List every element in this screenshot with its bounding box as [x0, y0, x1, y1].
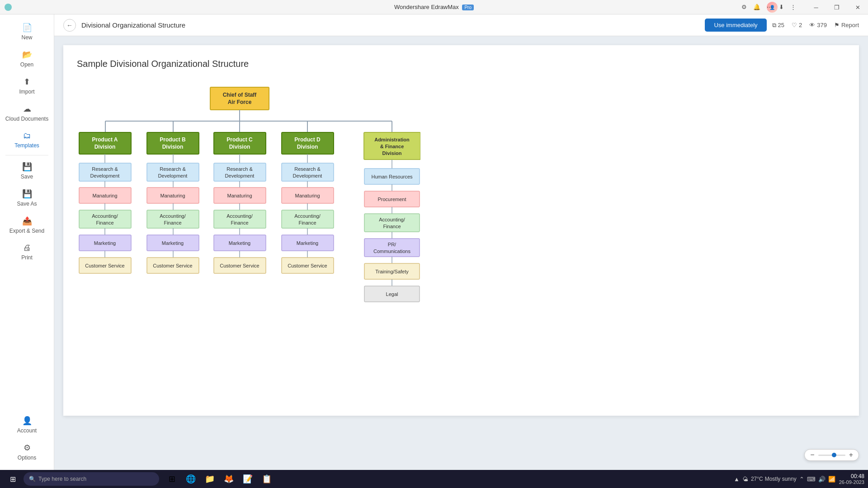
- svg-rect-105: [364, 239, 420, 257]
- account-icon: 👤: [22, 416, 32, 426]
- svg-rect-68: [214, 210, 266, 228]
- svg-text:Division: Division: [94, 144, 116, 150]
- sidebar-item-print[interactable]: 🖨 Print: [0, 239, 54, 265]
- likes-stat: ♡ 2: [792, 22, 802, 28]
- word-icon: 📝: [243, 474, 253, 484]
- svg-text:Development: Development: [293, 173, 322, 178]
- svg-rect-16: [214, 132, 266, 154]
- start-button[interactable]: ⊞: [4, 471, 22, 487]
- more-icon[interactable]: ⋮: [788, 3, 798, 11]
- close-btn[interactable]: ✕: [847, 0, 868, 14]
- zoom-in-btn[interactable]: +: [849, 451, 853, 459]
- sidebar-item-import[interactable]: ⬆ Import: [0, 72, 54, 99]
- content-title: Divisional Organizational Structure: [81, 21, 699, 29]
- zoom-slider[interactable]: [818, 455, 845, 456]
- svg-rect-44: [147, 163, 199, 181]
- report-button[interactable]: ⚑ Report: [834, 22, 859, 28]
- print-icon: 🖨: [23, 243, 31, 253]
- report-icon: ⚑: [834, 22, 840, 28]
- browser1-icon: 🌐: [186, 474, 196, 484]
- content-area: ← Divisional Organizational Structure Us…: [54, 14, 868, 470]
- svg-text:Legal: Legal: [386, 291, 398, 297]
- svg-text:Accounting/: Accounting/: [226, 213, 253, 219]
- svg-text:Accounting/: Accounting/: [294, 213, 321, 219]
- taskbar-app-browser2[interactable]: 🦊: [220, 471, 238, 487]
- svg-text:Finance: Finance: [383, 224, 401, 229]
- volume-icon[interactable]: 🔊: [818, 476, 826, 483]
- svg-rect-101: [364, 214, 420, 232]
- svg-text:Communications: Communications: [373, 249, 410, 254]
- system-tray: ▲ 🌤 27°C Mostly sunny ⌃ ⌨ 🔊 📶: [734, 476, 835, 483]
- settings-icon[interactable]: ⚙: [740, 3, 749, 11]
- keyboard-icon[interactable]: ⌨: [807, 476, 816, 483]
- sidebar-item-cloud[interactable]: ☁ Cloud Documents: [0, 99, 54, 127]
- taskbar-right: ▲ 🌤 27°C Mostly sunny ⌃ ⌨ 🔊 📶 00:48 26-0…: [734, 473, 864, 485]
- sidebar-item-account[interactable]: 👤 Account: [0, 411, 54, 438]
- svg-text:Marketing: Marketing: [229, 240, 250, 246]
- taskbar-search[interactable]: 🔍 Type here to search: [24, 472, 159, 486]
- svg-rect-13: [147, 132, 199, 154]
- views-stat: 👁 379: [809, 22, 827, 28]
- sidebar-item-export-label: Export & Send: [9, 228, 44, 234]
- sidebar-item-save-as-label: Save As: [17, 201, 37, 207]
- copies-stat: ⧉ 25: [772, 22, 784, 29]
- svg-text:Product A: Product A: [92, 136, 118, 143]
- header-stats: ⧉ 25 ♡ 2 👁 379 ⚑ Report: [772, 22, 859, 29]
- sidebar-bottom: 👤 Account ⚙ Options: [0, 411, 54, 470]
- use-immediately-button[interactable]: Use immediately: [705, 19, 766, 32]
- network-wifi-icon[interactable]: 📶: [828, 476, 835, 483]
- titlebar-title: Wondershare EdrawMax Pro: [394, 4, 474, 10]
- taskbar-app-browser1[interactable]: 🌐: [182, 471, 200, 487]
- canvas-area[interactable]: Sample Divisional Organizational Structu…: [54, 36, 868, 470]
- network-icon[interactable]: ▲: [734, 476, 740, 483]
- notification-icon[interactable]: 🔔: [751, 3, 762, 11]
- date-display: 26-09-2023: [839, 479, 864, 485]
- svg-text:& Finance: & Finance: [380, 144, 404, 149]
- sidebar-item-save-label: Save: [21, 174, 33, 180]
- org-chart-svg: Chief of Staff Air Force Product A D: [77, 83, 420, 372]
- taskbar-app-explorer[interactable]: 📁: [201, 471, 219, 487]
- back-button[interactable]: ←: [63, 19, 76, 32]
- sidebar-item-open[interactable]: 📂 Open: [0, 45, 54, 72]
- svg-text:Finance: Finance: [231, 220, 248, 225]
- explorer-icon: 📁: [205, 474, 215, 484]
- sidebar-item-options[interactable]: ⚙ Options: [0, 438, 54, 465]
- search-placeholder: Type here to search: [38, 476, 86, 482]
- svg-text:Division: Division: [162, 144, 184, 150]
- zoom-out-btn[interactable]: −: [810, 451, 814, 459]
- svg-text:Accounting/: Accounting/: [160, 213, 186, 219]
- app-body: 📄 New 📂 Open ⬆ Import ☁ Cloud Documents …: [0, 14, 868, 470]
- sidebar-item-save[interactable]: 💾 Save: [0, 157, 54, 184]
- open-icon: 📂: [22, 50, 32, 60]
- svg-text:Customer Service: Customer Service: [288, 263, 327, 268]
- tray-up-icon[interactable]: ⌃: [799, 476, 804, 483]
- weather-icon[interactable]: 🌤: [742, 476, 748, 483]
- restore-btn[interactable]: ❐: [826, 0, 847, 14]
- minimize-btn[interactable]: ─: [806, 0, 826, 14]
- taskbar-app-widgets[interactable]: ⊞: [163, 471, 181, 487]
- sidebar-item-templates[interactable]: 🗂 Templates: [0, 127, 54, 153]
- svg-text:Human Resources: Human Resources: [371, 174, 413, 179]
- svg-text:Finance: Finance: [298, 220, 316, 225]
- grid-icon[interactable]: ⋯: [765, 3, 774, 11]
- svg-text:Marketing: Marketing: [162, 240, 184, 246]
- download-icon[interactable]: ⬇: [777, 3, 786, 11]
- time-block[interactable]: 00:48 26-09-2023: [839, 473, 864, 485]
- svg-text:Research &: Research &: [160, 166, 186, 172]
- likes-icon: ♡: [792, 22, 797, 28]
- sidebar-item-save-as[interactable]: 💾 Save As: [0, 184, 54, 211]
- svg-rect-27: [79, 163, 131, 181]
- taskbar-app-edrawmax[interactable]: 📋: [258, 471, 276, 487]
- taskbar: ⊞ 🔍 Type here to search ⊞ 🌐 📁 🦊 📝 📋 ▲ 🌤: [0, 470, 868, 488]
- svg-text:Customer Service: Customer Service: [153, 263, 192, 268]
- widgets-icon: ⊞: [169, 474, 175, 484]
- sidebar-item-new-label: New: [21, 34, 32, 41]
- sidebar-item-cloud-label: Cloud Documents: [5, 116, 48, 122]
- svg-text:PR/: PR/: [388, 242, 396, 247]
- content-header: ← Divisional Organizational Structure Us…: [54, 14, 868, 36]
- edrawmax-icon: 📋: [262, 474, 272, 484]
- sidebar-item-new[interactable]: 📄 New: [0, 18, 54, 45]
- svg-text:Manaturing: Manaturing: [227, 193, 252, 198]
- sidebar-item-export[interactable]: 📤 Export & Send: [0, 211, 54, 239]
- taskbar-app-word[interactable]: 📝: [239, 471, 257, 487]
